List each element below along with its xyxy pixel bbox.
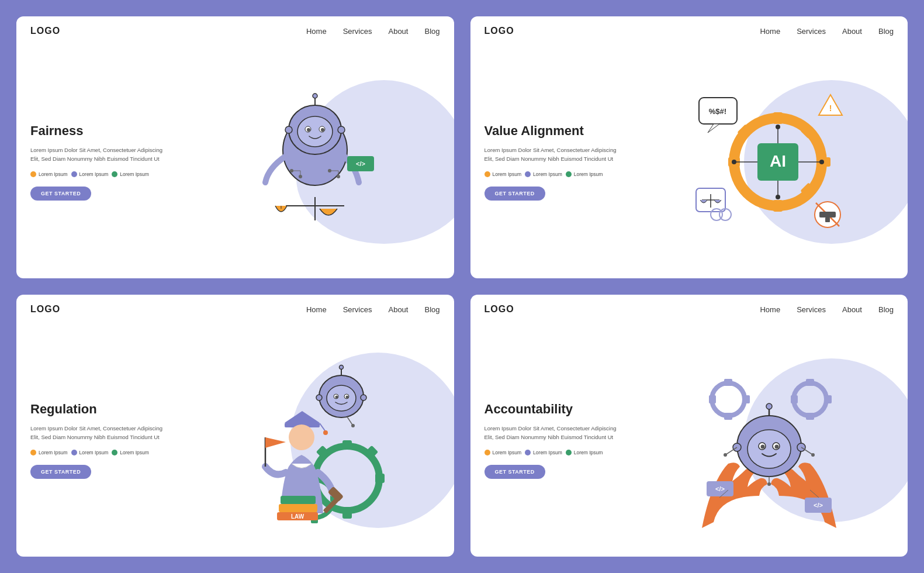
card-text-value: Value Alignment Lorem Ipsum Dolor Sit Am…	[470, 46, 631, 278]
svg-text:</>: </>	[715, 485, 725, 492]
svg-point-112	[811, 453, 815, 457]
nav-services-3[interactable]: Services	[343, 305, 372, 314]
bullet-a3: Lorem Ipsum	[566, 450, 603, 455]
nav-links-fairness: Home Services About Blog	[306, 27, 440, 36]
svg-rect-124	[825, 395, 832, 403]
nav-about-2[interactable]: About	[842, 27, 862, 36]
card-title-regulation: Regulation	[30, 402, 162, 417]
nav-home-3[interactable]: Home	[306, 305, 327, 314]
svg-point-89	[323, 430, 328, 435]
nav-services-4[interactable]: Services	[797, 305, 826, 314]
svg-point-73	[351, 424, 355, 427]
svg-point-110	[724, 453, 727, 457]
nav-blog-3[interactable]: Blog	[424, 305, 439, 314]
value-illustration: AI %$#! !	[687, 80, 851, 244]
illustration-fairness: </> </>	[177, 46, 454, 278]
card-bullets-regulation: Lorem Ipsum Lorem Ipsum Lorem Ipsum	[30, 450, 162, 455]
svg-text:!: !	[829, 103, 832, 113]
bullet-r3: Lorem Ipsum	[112, 450, 149, 455]
nav-blog-2[interactable]: Blog	[878, 27, 894, 36]
logo-fairness: LOGO	[30, 26, 60, 36]
svg-rect-96	[279, 504, 317, 512]
bullet-dot-r2	[71, 450, 77, 455]
cta-regulation[interactable]: GET STARTED	[30, 465, 91, 479]
bullet-dot-a1	[485, 450, 490, 455]
svg-rect-61	[825, 218, 830, 222]
svg-point-8	[313, 94, 317, 98]
svg-rect-75	[342, 440, 352, 450]
bullet-a2: Lorem Ipsum	[525, 450, 562, 455]
card-content-accountability: Accountability Lorem Ipsum Dolor Sit Ame…	[470, 324, 908, 557]
nav-links-value: Home Services About Blog	[760, 27, 894, 36]
bullet-dot-r1	[30, 450, 36, 455]
svg-rect-122	[806, 413, 814, 420]
bullet-r2: Lorem Ipsum	[71, 450, 109, 455]
svg-point-63	[327, 385, 356, 411]
nav-blog-4[interactable]: Blog	[878, 305, 894, 314]
card-text-accountability: Accountability Lorem Ipsum Dolor Sit Ame…	[470, 324, 631, 557]
card-text-fairness: Fairness Lorem Ipsum Dolor Sit Amet, Con…	[16, 46, 177, 278]
bullet-dot-v1	[485, 171, 490, 177]
svg-marker-49	[708, 124, 719, 133]
svg-point-103	[760, 445, 764, 449]
card-desc-accountability: Lorem Ipsum Dolor Sit Amet, Consectetuer…	[485, 424, 617, 441]
card-title-fairness: Fairness	[30, 123, 162, 139]
nav-about-1[interactable]: About	[388, 27, 408, 36]
svg-text:</>: </>	[814, 502, 823, 509]
svg-point-57	[719, 209, 731, 220]
svg-rect-31	[773, 200, 783, 212]
svg-point-6	[321, 128, 324, 132]
card-content-regulation: Regulation Lorem Ipsum Dolor Sit Amet, C…	[16, 324, 454, 557]
card-title-accountability: Accountability	[485, 402, 617, 417]
svg-point-115	[712, 383, 745, 416]
bullet-dot-a3	[566, 450, 572, 455]
svg-point-67	[346, 396, 349, 399]
card-fairness: LOGO Home Services About Blog Fairness L…	[16, 16, 454, 278]
nav-services-1[interactable]: Services	[343, 27, 372, 36]
nav-services-2[interactable]: Services	[797, 27, 826, 36]
nav-accountability: LOGO Home Services About Blog	[470, 295, 908, 324]
nav-blog-1[interactable]: Blog	[424, 27, 439, 36]
bullet-2: Lorem Ipsum	[71, 171, 109, 177]
card-accountability: LOGO Home Services About Blog Accountabi…	[470, 295, 908, 557]
nav-links-regulation: Home Services About Blog	[306, 305, 440, 314]
nav-value-alignment: LOGO Home Services About Blog	[470, 16, 908, 46]
svg-point-90	[289, 424, 314, 450]
svg-rect-30	[773, 112, 783, 124]
bullet-dot-1	[30, 171, 36, 177]
bullet-dot-v3	[566, 171, 572, 177]
svg-text:%$#!: %$#!	[709, 107, 726, 116]
bullet-dot-r3	[112, 450, 117, 455]
nav-home-4[interactable]: Home	[760, 305, 780, 314]
logo-accountability: LOGO	[485, 304, 514, 315]
svg-rect-121	[806, 379, 814, 386]
svg-point-100	[747, 430, 791, 468]
regulation-illustration: LAW	[230, 350, 400, 531]
svg-point-71	[361, 395, 366, 401]
cta-accountability[interactable]: GET STARTED	[485, 465, 545, 479]
card-title-value: Value Alignment	[485, 123, 617, 139]
cta-value[interactable]: GET STARTED	[485, 187, 545, 201]
svg-rect-116	[724, 379, 732, 386]
logo-regulation: LOGO	[30, 304, 60, 315]
card-regulation: LOGO Home Services About Blog Regulation…	[16, 295, 454, 557]
card-desc-fairness: Lorem Ipsum Dolor Sit Amet, Consectetuer…	[30, 146, 162, 163]
bullet-v2: Lorem Ipsum	[525, 171, 562, 177]
card-value-alignment: LOGO Home Services About Blog Value Alig…	[470, 16, 908, 278]
nav-about-4[interactable]: About	[842, 305, 862, 314]
cta-fairness[interactable]: GET STARTED	[30, 187, 91, 201]
svg-point-46	[776, 125, 780, 129]
svg-point-106	[766, 403, 772, 409]
bullet-3: Lorem Ipsum	[112, 171, 149, 177]
bullet-v3: Lorem Ipsum	[566, 171, 603, 177]
svg-rect-97	[281, 496, 316, 504]
svg-text:LAW: LAW	[291, 513, 304, 520]
nav-home-2[interactable]: Home	[760, 27, 780, 36]
card-bullets-accountability: Lorem Ipsum Lorem Ipsum Lorem Ipsum	[485, 450, 617, 455]
nav-about-3[interactable]: About	[388, 305, 408, 314]
logo-value: LOGO	[485, 26, 514, 36]
svg-rect-119	[743, 395, 750, 403]
nav-home-1[interactable]: Home	[306, 27, 327, 36]
illustration-value: AI %$#! !	[631, 46, 908, 278]
bullet-v1: Lorem Ipsum	[485, 171, 522, 177]
